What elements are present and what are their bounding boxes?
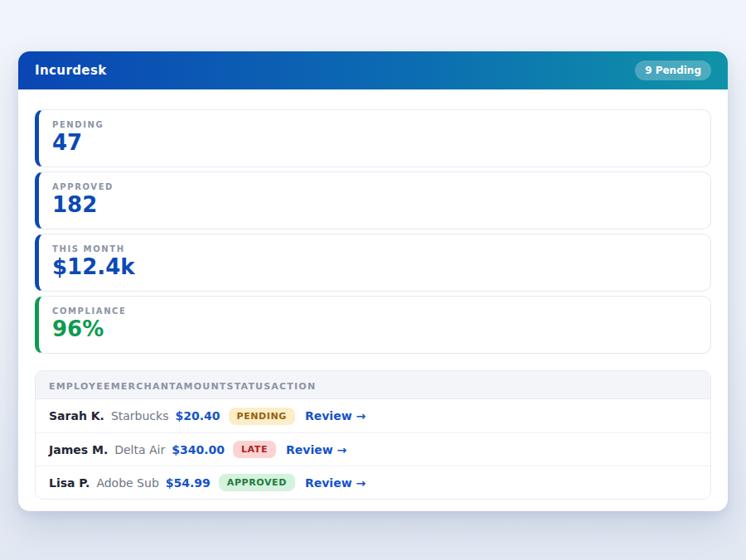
- stat-label: COMPLIANCE: [52, 307, 697, 316]
- stat-card-this-month: THIS MONTH $12.4k: [35, 234, 711, 292]
- stat-value: 96%: [52, 317, 697, 341]
- amount-value: $20.40: [175, 409, 220, 422]
- app-title: Incurdesk: [35, 63, 107, 78]
- content-area: PENDING 47 APPROVED 182 THIS MONTH $12.4…: [18, 89, 728, 519]
- review-link[interactable]: Review →: [286, 443, 346, 456]
- expenses-table: EMPLOYEEMERCHANTAMOUNTSTATUSACTION Sarah…: [35, 370, 711, 500]
- stat-card-compliance: COMPLIANCE 96%: [35, 296, 711, 354]
- employee-name: Lisa P.: [49, 476, 90, 490]
- stat-label: APPROVED: [52, 182, 697, 191]
- status-badge: LATE: [233, 441, 276, 458]
- employee-name: Sarah K.: [49, 409, 104, 422]
- table-header-row: EMPLOYEEMERCHANTAMOUNTSTATUSACTION: [36, 371, 710, 399]
- app-header: Incurdesk 9 Pending: [18, 51, 728, 89]
- column-header-action: ACTION: [271, 381, 316, 392]
- column-header-employee: EMPLOYEE: [49, 381, 111, 392]
- stat-value: 47: [52, 131, 697, 155]
- stat-card-pending: PENDING 47: [35, 109, 711, 167]
- merchant-name: Adobe Sub: [96, 476, 158, 490]
- stat-label: THIS MONTH: [52, 244, 697, 253]
- status-badge: PENDING: [229, 408, 295, 425]
- stat-value: 182: [52, 193, 697, 217]
- main-card: Incurdesk 9 Pending PENDING 47 APPROVED …: [18, 51, 728, 511]
- merchant-name: Delta Air: [114, 443, 165, 456]
- amount-value: $340.00: [172, 443, 225, 456]
- table-row: James M. Delta Air $340.00 LATE Review →: [36, 432, 710, 466]
- stat-label: PENDING: [52, 120, 697, 129]
- status-badge: APPROVED: [219, 474, 295, 491]
- column-header-merchant: MERCHANT: [111, 381, 176, 392]
- stat-value: $12.4k: [52, 255, 697, 279]
- column-header-status: STATUS: [227, 381, 272, 392]
- table-row: Lisa P. Adobe Sub $54.99 APPROVED Review…: [36, 466, 710, 499]
- table-row: Sarah K. Starbucks $20.40 PENDING Review…: [36, 399, 710, 432]
- pending-count-badge: 9 Pending: [635, 60, 711, 80]
- employee-name: James M.: [49, 443, 108, 456]
- column-header-amount: AMOUNT: [176, 381, 227, 392]
- amount-value: $54.99: [166, 476, 211, 490]
- review-link[interactable]: Review →: [305, 476, 366, 490]
- merchant-name: Starbucks: [111, 409, 169, 422]
- review-link[interactable]: Review →: [305, 409, 366, 422]
- stat-card-approved: APPROVED 182: [35, 171, 711, 229]
